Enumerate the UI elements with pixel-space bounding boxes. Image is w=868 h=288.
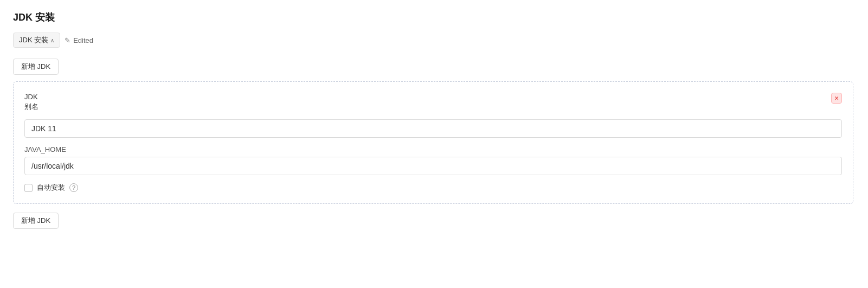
edited-status: ✎ Edited bbox=[65, 36, 93, 44]
jdk-label: JDK bbox=[24, 93, 38, 101]
java-home-field-group: JAVA_HOME bbox=[24, 145, 842, 175]
jdk-card-header: JDK 别名 × bbox=[24, 93, 842, 112]
java-home-input[interactable] bbox=[24, 157, 842, 175]
alias-input[interactable] bbox=[24, 119, 842, 138]
content-area: 新增 JDK JDK 别名 × JAVA_HOME 自动安装 ? 新增 JDK bbox=[13, 59, 853, 235]
pencil-icon: ✎ bbox=[65, 36, 70, 44]
add-jdk-button-top[interactable]: 新增 JDK bbox=[13, 59, 59, 75]
auto-install-checkbox[interactable] bbox=[24, 184, 33, 192]
auto-install-help-icon[interactable]: ? bbox=[69, 183, 78, 192]
breadcrumb-bar: JDK 安装 ∧ ✎ Edited bbox=[13, 33, 855, 48]
auto-install-label: 自动安装 bbox=[37, 183, 65, 193]
alias-label: 别名 bbox=[24, 102, 38, 112]
breadcrumb-item-label: JDK 安装 bbox=[19, 35, 48, 45]
jdk-card: JDK 别名 × JAVA_HOME 自动安装 ? bbox=[13, 81, 853, 204]
alias-field-group bbox=[24, 119, 842, 138]
java-home-label: JAVA_HOME bbox=[24, 145, 842, 153]
jdk-label-group: JDK 别名 bbox=[24, 93, 38, 112]
remove-jdk-button[interactable]: × bbox=[831, 93, 842, 104]
auto-install-row: 自动安装 ? bbox=[24, 183, 842, 193]
add-jdk-button-bottom[interactable]: 新增 JDK bbox=[13, 213, 59, 229]
breadcrumb-item[interactable]: JDK 安装 ∧ bbox=[13, 33, 60, 48]
page-title: JDK 安装 bbox=[13, 11, 855, 24]
chevron-up-icon: ∧ bbox=[50, 37, 54, 43]
edited-label-text: Edited bbox=[73, 36, 93, 44]
